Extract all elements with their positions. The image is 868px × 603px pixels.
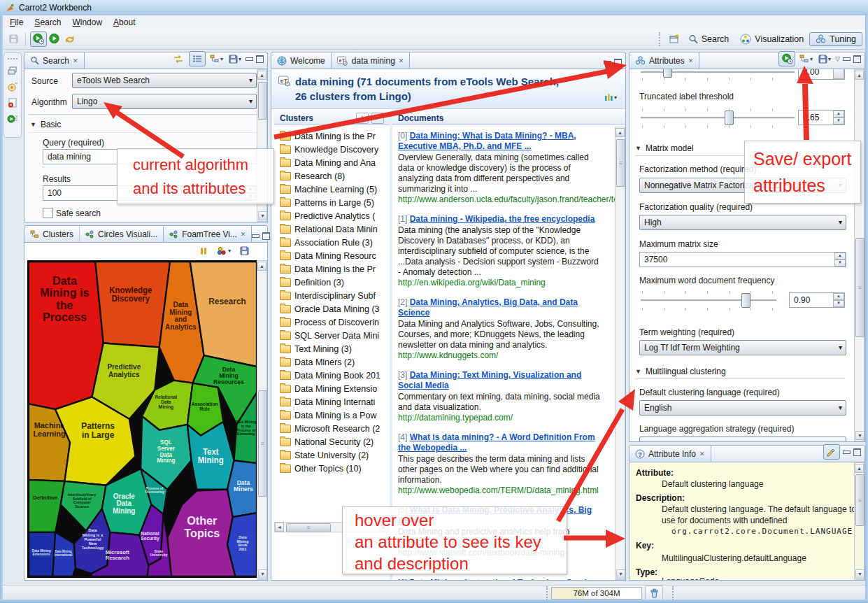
algorithm-select[interactable]: Lingo (72, 94, 257, 109)
cluster-tree-item[interactable]: Text Mining (3) (274, 342, 390, 355)
term-weighting-select[interactable]: Log Tf Idf Term Weighting (639, 340, 846, 355)
factorization-quality-select[interactable]: High (639, 215, 846, 230)
foamtree-cell[interactable] (95, 262, 170, 347)
close-icon[interactable]: ✕ (399, 57, 404, 64)
scroll-up-icon[interactable]: ▲ (855, 71, 864, 80)
expand-all-button[interactable]: + (356, 113, 369, 124)
cluster-tree-item[interactable]: Data Mining and Ana (274, 156, 390, 169)
filter-attributes-button[interactable]: ▾ (798, 52, 814, 66)
cluster-tree-item[interactable]: Microsoft Research (2 (274, 422, 390, 435)
max-matrix-size-input[interactable]: 37500▲▼ (639, 252, 846, 267)
document-title-link[interactable]: What is data mining? - A Word Definition… (398, 432, 595, 453)
perspective-search[interactable]: Search (683, 33, 735, 45)
spinner[interactable]: ▲▼ (834, 253, 846, 267)
open-perspective-button[interactable] (667, 32, 683, 46)
spin-up-icon[interactable]: ▲ (834, 253, 846, 260)
multilingual-section[interactable]: ▼Multilingual clustering (635, 367, 845, 379)
refresh-button[interactable] (62, 32, 78, 46)
scrollbar-thumb[interactable]: ≡ (258, 390, 267, 497)
cluster-tree-item[interactable]: Predictive Analytics ( (274, 209, 390, 222)
error-log-view-icon[interactable] (7, 98, 18, 108)
maximize-view-icon[interactable] (853, 55, 861, 63)
cluster-tree-item[interactable]: Definition (3) (274, 276, 390, 289)
perspective-visualization[interactable]: Visualization (734, 32, 809, 46)
title-bar[interactable]: Carrot2 Workbench (0, 0, 868, 16)
scrollbar-thumb[interactable]: ≡ (855, 474, 865, 526)
save-export-attributes-button[interactable]: ▾ (817, 52, 832, 66)
slider-track[interactable] (641, 299, 776, 302)
max-word-frequency-input[interactable]: 0.90▲▼ (789, 292, 845, 308)
foamtree-canvas[interactable]: DataMining istheProcessKnowledgeDiscover… (27, 260, 258, 578)
flat-list-view-button[interactable] (189, 51, 206, 66)
cluster-tree-item[interactable]: SQL Server Data Mini (274, 329, 390, 342)
menu-search[interactable]: Search (29, 17, 66, 28)
safe-search-checkbox[interactable] (43, 208, 53, 218)
process-and-cluster-button[interactable] (30, 31, 47, 47)
minimize-view-icon[interactable] (252, 234, 259, 238)
scrollbar-thumb[interactable]: ≡ (616, 139, 625, 187)
spin-down-icon[interactable]: ▼ (833, 300, 844, 307)
cluster-tree-item[interactable]: Association Rule (3) (274, 236, 390, 249)
menu-about[interactable]: About (108, 17, 141, 28)
run-button[interactable] (47, 32, 62, 46)
default-language-select[interactable]: English (639, 400, 846, 416)
document-title-link[interactable]: Data Mining - Instructional Technology S… (410, 578, 601, 580)
swap-panels-button[interactable] (171, 52, 186, 66)
cluster-tree-item[interactable]: Data Mining Book 201 (274, 369, 390, 382)
document-title-link[interactable]: Data mining - Wikipedia, the free encycl… (410, 214, 595, 224)
close-icon[interactable]: ✕ (241, 231, 246, 238)
cluster-tree-item[interactable]: Data Mining Resourc (274, 249, 390, 262)
tab-attributes[interactable]: Attributes ✕ (629, 52, 699, 69)
tab-data-mining[interactable]: eT data mining ✕ (331, 52, 411, 69)
scroll-down-icon[interactable]: ▼ (258, 211, 267, 220)
minimize-view-icon[interactable] (843, 451, 851, 454)
save-button[interactable] (6, 32, 21, 46)
cluster-tree-item[interactable]: State University (2) (274, 448, 390, 462)
cluster-tree-item[interactable]: Oracle Data Mining (3 (274, 302, 390, 315)
processes-view-icon[interactable] (7, 114, 18, 124)
truncated-threshold-input[interactable]: 0.65▲▼ (798, 110, 845, 125)
tab-foamtree-visualization[interactable]: FoamTree Vi... ✕ (163, 226, 252, 242)
spin-up-icon[interactable]: ▲ (833, 293, 844, 300)
collapse-all-button[interactable]: − (371, 113, 384, 124)
cluster-tree-item[interactable]: Data Mining is the Pr (274, 129, 390, 143)
tab-welcome[interactable]: Welcome (271, 52, 331, 69)
restore-views-icon[interactable] (7, 66, 18, 76)
cluster-tree-item[interactable]: Other Topics (10) (274, 462, 390, 475)
scroll-down-icon[interactable]: ▼ (855, 431, 865, 440)
save-attributes-button[interactable]: ▾ (227, 52, 243, 66)
cluster-tree-item[interactable]: Data Mining Extensio (274, 382, 390, 395)
scrollbar-thumb[interactable] (258, 82, 267, 120)
scroll-up-icon[interactable]: ▲ (855, 464, 864, 473)
close-icon[interactable]: ✕ (688, 57, 694, 64)
pause-animation-button[interactable] (196, 244, 211, 258)
live-update-button[interactable] (778, 51, 795, 66)
tab-clusters[interactable]: Clusters (24, 226, 79, 242)
language-aggregation-select[interactable] (639, 437, 846, 442)
scroll-up-icon[interactable]: ▲ (257, 262, 266, 271)
scroll-up-icon[interactable]: ▲ (616, 128, 625, 137)
scroll-down-icon[interactable]: ▼ (616, 569, 625, 579)
spinner[interactable]: ▲▼ (833, 293, 844, 307)
cluster-tree-item[interactable]: Interdisciplinary Subf (274, 289, 390, 302)
close-icon[interactable]: ✕ (699, 451, 705, 457)
document-title-link[interactable]: Data Mining, Analytics, Big Data, and Da… (398, 297, 578, 318)
link-selection-button[interactable] (823, 444, 840, 460)
minimize-view-icon[interactable] (246, 57, 253, 61)
basic-section-header[interactable]: ▼Basic (30, 120, 259, 132)
foamtree-scrollbar[interactable]: ▲ ≡ ▼ (257, 260, 267, 580)
benchmark-view-icon[interactable] (7, 82, 18, 92)
minimize-view-icon[interactable] (843, 57, 851, 61)
source-select[interactable]: eTools Web Search (72, 73, 257, 88)
spin-down-icon[interactable]: ▼ (833, 118, 844, 125)
cluster-tree-item[interactable]: National Security (2) (274, 435, 390, 448)
menu-file[interactable]: File (4, 17, 29, 28)
attribute-info-scrollbar[interactable]: ▲ ≡ ▼ (854, 462, 865, 580)
scrollbar-thumb[interactable]: ≡ (855, 238, 865, 337)
maximize-view-icon[interactable] (853, 448, 861, 456)
spin-up-icon[interactable]: ▲ (833, 111, 844, 118)
cluster-tree-item[interactable]: Data Mining Internati (274, 395, 390, 409)
tab-search[interactable]: Search ✕ (24, 52, 85, 69)
scrollbar-thumb[interactable]: ≡ (286, 523, 331, 532)
tab-attribute-info[interactable]: ? Attribute Info ✕ (629, 446, 711, 462)
